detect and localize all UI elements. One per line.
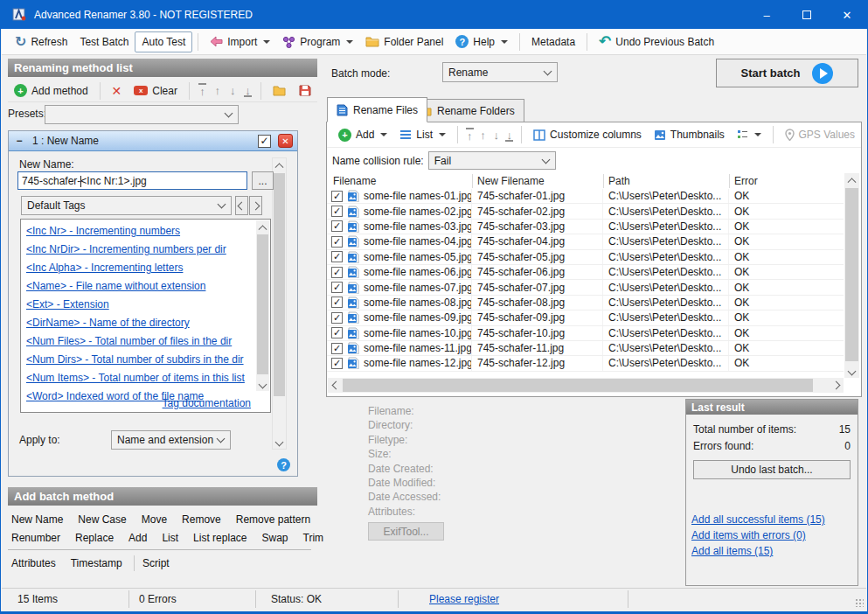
table-row[interactable]: some-file names-02.jpg 745-schafer-02.jp… (327, 204, 844, 219)
method-close-button[interactable]: ✕ (278, 134, 293, 148)
tag-link[interactable]: <Num Files> - Total number of files in t… (21, 331, 270, 350)
refresh-button[interactable]: ↻ Refresh (9, 32, 73, 52)
scrollbar-thumb[interactable] (257, 234, 268, 374)
row-checkbox[interactable] (331, 267, 343, 278)
move-file-bottom-button[interactable]: ↓ (503, 129, 516, 142)
table-row[interactable]: some-file names-09.jpg 745-schafer-09.jp… (327, 310, 844, 325)
tag-link[interactable]: <Inc Nr> - Incrementing numbers (21, 221, 270, 240)
tag-link[interactable]: <Ext> - Extension (21, 295, 270, 313)
resize-grip-icon[interactable] (855, 598, 864, 607)
tag-link[interactable]: <Num Items> - Total number of items in t… (21, 368, 270, 387)
scrollbar-thumb[interactable] (845, 188, 858, 361)
column-separator[interactable] (603, 174, 604, 188)
table-row[interactable]: some-file names-08.jpg 745-schafer-08.jp… (327, 296, 844, 310)
please-register-link[interactable]: Please register (429, 589, 499, 610)
tag-link[interactable]: <Inc NrDir> - Incrementing numbers per d… (21, 240, 270, 258)
batch-method-link[interactable]: Script (142, 557, 170, 569)
column-separator[interactable] (472, 174, 473, 188)
row-checkbox[interactable] (331, 191, 343, 202)
tag-link[interactable]: <DirName> - Name of the directory (21, 313, 270, 331)
scroll-left-icon[interactable] (330, 378, 342, 393)
column-header-filename[interactable]: Filename (333, 175, 376, 187)
scroll-down-icon[interactable] (844, 365, 859, 378)
scroll-up-icon[interactable] (844, 173, 859, 186)
method-header[interactable]: − 1 : New Name ✓ ✕ (9, 131, 297, 151)
batch-method-link[interactable]: Renumber (11, 532, 60, 544)
test-batch-button[interactable]: Test Batch (73, 32, 135, 52)
start-batch-button[interactable]: Start batch (716, 59, 858, 87)
batch-method-link[interactable]: Swap (261, 532, 288, 544)
batch-method-link[interactable]: Remove pattern (236, 513, 310, 526)
batch-method-link[interactable]: List (162, 532, 178, 544)
batch-method-link[interactable]: Move (142, 513, 167, 526)
close-button[interactable]: ✕ (827, 1, 867, 29)
undo-last-batch-button[interactable]: Undo last batch... (693, 460, 851, 479)
move-file-down-button[interactable]: ↓ (490, 129, 503, 142)
add-files-button[interactable]: + Add (332, 125, 393, 145)
table-row[interactable]: some-file names-10.jpg 745-schafer-10.jp… (327, 326, 844, 341)
table-row[interactable]: some-file names-05.jpg 745-schafer-05.jp… (327, 250, 844, 265)
tag-link[interactable]: <Name> - File name without extension (21, 276, 270, 295)
row-checkbox[interactable] (331, 251, 343, 262)
row-checkbox[interactable] (331, 312, 343, 324)
list-button[interactable]: List (393, 125, 452, 144)
tag-documentation-link[interactable]: Tag documentation (163, 397, 251, 409)
maximize-button[interactable] (787, 1, 827, 29)
table-vertical-scrollbar[interactable] (844, 173, 859, 378)
batch-method-link[interactable]: Timestamp (71, 557, 122, 569)
table-row[interactable]: some-file names-06.jpg 745-schafer-06.jp… (327, 265, 844, 280)
table-row[interactable]: some-file names-12.jpg 745-schafer-12.jp… (327, 356, 844, 371)
move-up-button[interactable]: ↑ (210, 84, 225, 97)
column-header-new-filename[interactable]: New Filename (477, 175, 545, 187)
column-separator[interactable] (729, 174, 730, 188)
scrollbar-thumb[interactable] (343, 379, 813, 392)
row-checkbox[interactable] (331, 236, 343, 248)
auto-test-toggle[interactable]: Auto Test (135, 31, 192, 52)
batch-method-link[interactable]: List replace (193, 532, 247, 544)
tag-link[interactable]: <Num Dirs> - Total number of subdirs in … (21, 350, 270, 368)
row-checkbox[interactable] (331, 206, 343, 217)
table-row[interactable]: some-file names-07.jpg 745-schafer-07.jp… (327, 280, 844, 295)
new-name-input[interactable]: 745-schafer-<Inc Nr:1>.jpg (17, 171, 247, 190)
add-all-items-link[interactable]: Add all items (15) (691, 545, 773, 557)
metadata-button[interactable]: Metadata (525, 32, 581, 52)
more-options-button[interactable]: ... (252, 171, 274, 190)
table-row[interactable]: some-file names-01.jpg 745-schafer-01.jp… (327, 189, 844, 204)
program-button[interactable]: Program (276, 32, 359, 52)
batch-method-link[interactable]: New Case (78, 513, 126, 526)
move-bottom-button[interactable]: ↓ (240, 84, 255, 97)
tag-page-prev-button[interactable] (235, 196, 248, 215)
tab-rename-files[interactable]: Rename Files (327, 97, 427, 122)
view-options-button[interactable] (731, 126, 767, 143)
scrollbar-thumb[interactable] (274, 173, 285, 396)
column-header-error[interactable]: Error (734, 175, 758, 187)
row-checkbox[interactable] (331, 327, 343, 338)
batch-method-link[interactable]: Add (128, 532, 147, 544)
scroll-right-icon[interactable] (830, 378, 842, 393)
title-bar[interactable]: Advanced Renamer 3.80 - NOT REGISTERED –… (1, 1, 867, 29)
batch-method-link[interactable]: Replace (75, 532, 114, 544)
row-checkbox[interactable] (331, 358, 343, 369)
add-successful-items-link[interactable]: Add all successful items (15) (691, 513, 825, 526)
tag-list-scrollbar[interactable] (256, 220, 269, 391)
batch-mode-dropdown[interactable]: Rename (442, 62, 558, 82)
move-file-up-button[interactable]: ↑ (476, 129, 490, 142)
move-down-button[interactable]: ↓ (225, 84, 240, 97)
clear-methods-button[interactable]: x Clear (128, 81, 184, 101)
batch-method-link[interactable]: Trim (303, 532, 324, 544)
row-checkbox[interactable] (331, 282, 343, 293)
delete-method-button[interactable]: ✕ (106, 80, 128, 101)
collapse-icon[interactable]: − (13, 135, 25, 147)
folder-panel-button[interactable]: Folder Panel (359, 32, 449, 52)
customize-columns-button[interactable]: Customize columns (527, 125, 648, 144)
apply-to-dropdown[interactable]: Name and extension (111, 430, 231, 450)
table-row[interactable]: some-file names-11.jpg 745-schafer-11.jp… (327, 341, 844, 356)
add-method-button[interactable]: + Add method (8, 80, 94, 101)
batch-method-link[interactable]: Attributes (11, 557, 56, 569)
table-row[interactable]: some-file names-03.jpg 745-schafer-03.jp… (327, 220, 844, 234)
minimize-button[interactable]: – (746, 1, 787, 29)
table-row[interactable]: some-file names-04.jpg 745-schafer-04.jp… (327, 234, 844, 249)
row-checkbox[interactable] (331, 220, 343, 232)
import-button[interactable]: Import (204, 32, 276, 52)
add-error-items-link[interactable]: Add items with errors (0) (691, 529, 806, 541)
